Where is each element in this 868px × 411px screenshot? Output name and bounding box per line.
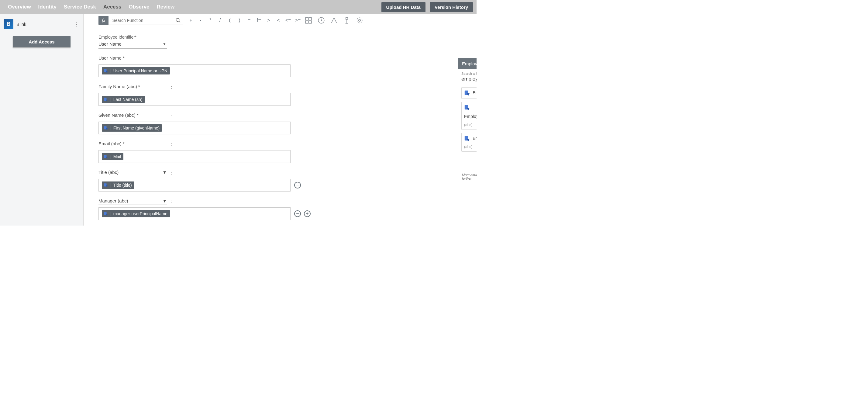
data-source-icon [464, 136, 470, 142]
field-heading-row: User Name * [98, 55, 364, 62]
mapping-token[interactable]: |Last Name (sn) [102, 96, 145, 103]
field-heading-text: Manager (abc) [98, 198, 128, 203]
kebab-menu-icon[interactable]: ⋮ [73, 21, 80, 27]
employee-data-panel: Employee Data Search a Source field... E… [458, 58, 476, 184]
source-field-name: Employee Type (employeeType) [473, 136, 476, 142]
sidebar-app-item[interactable]: B Blink ⋮ [4, 19, 80, 34]
data-source-icon [464, 105, 470, 111]
mapping-token[interactable]: |First Name (givenName) [102, 124, 162, 131]
operator->[interactable]: > [264, 16, 274, 25]
svg-point-12 [359, 20, 361, 22]
mapping-token[interactable]: |User Principal Name or UPN [102, 67, 170, 75]
top-tabs: OverviewIdentityService DeskAccessObserv… [4, 4, 175, 10]
svg-point-0 [176, 18, 179, 22]
panel-search-input[interactable] [461, 76, 476, 84]
token-input[interactable]: |Mail [98, 150, 290, 163]
function-search-input[interactable] [112, 18, 175, 23]
search-icon [175, 18, 181, 23]
clock-icon[interactable] [317, 17, 325, 24]
field-block-3: Email (abc) *:|Mail [98, 141, 364, 163]
source-field-type: (abc) [464, 123, 472, 127]
source-field-item[interactable]: Employee Type (employeeType) (abc) [461, 133, 476, 152]
employee-identifier-block: Employee Identifier* User Name ▼ [98, 35, 364, 49]
field-input-row: |Mail [98, 148, 364, 163]
employee-identifier-select[interactable]: User Name ▼ [98, 40, 167, 49]
top-tab-identity[interactable]: Identity [38, 4, 57, 10]
token-input[interactable]: |Title (title) [98, 179, 290, 192]
operator--[interactable]: - [196, 16, 206, 25]
token-label: Mail [113, 154, 121, 159]
top-tab-overview[interactable]: Overview [8, 4, 31, 10]
operator-/[interactable]: / [215, 16, 225, 25]
employee-identifier-value: User Name [98, 41, 122, 47]
operator-<=[interactable]: <= [283, 16, 293, 25]
data-source-icon [103, 211, 108, 216]
mapping-token[interactable]: |manager-userPrincipalName [102, 210, 170, 217]
token-input[interactable]: |First Name (givenName) [98, 122, 290, 135]
panel-title: Employee Data [458, 58, 476, 69]
data-source-icon [103, 154, 108, 159]
fx-button[interactable]: fx [98, 16, 108, 25]
operator-+[interactable]: + [186, 16, 196, 25]
data-source-icon [103, 97, 108, 102]
field-heading: Given Name (abc) * [98, 112, 167, 119]
field-heading[interactable]: Manager (abc)▼ [98, 198, 167, 205]
text-icon[interactable] [330, 17, 338, 24]
operator-<[interactable]: < [274, 16, 283, 25]
source-field-item[interactable]: Employee ID (employeeID) (abc) [461, 87, 476, 99]
top-tab-service-desk[interactable]: Service Desk [64, 4, 96, 10]
mapping-token[interactable]: |Mail [102, 153, 123, 160]
token-divider: | [110, 211, 112, 216]
settings-icon[interactable] [355, 17, 364, 24]
operator->=[interactable]: >= [293, 16, 303, 25]
svg-rect-2 [305, 17, 308, 20]
operator-!=[interactable]: != [254, 16, 264, 25]
token-label: Last Name (sn) [113, 97, 143, 102]
chevron-down-icon: ▼ [162, 198, 167, 203]
field-heading-row: Email (abc) *: [98, 141, 364, 148]
chevron-down-icon: ▼ [163, 42, 166, 46]
top-tab-access[interactable]: Access [103, 4, 122, 10]
token-label: Title (title) [113, 183, 132, 187]
token-divider: | [110, 154, 112, 159]
add-access-button[interactable]: Add Access [13, 36, 70, 48]
field-heading-row: Family Name (abc) *: [98, 83, 364, 91]
remove-row-button[interactable]: − [294, 182, 301, 188]
colon: : [170, 85, 173, 90]
field-block-5: Manager (abc)▼:|manager-userPrincipalNam… [98, 198, 364, 220]
operator-)[interactable]: ) [235, 16, 244, 25]
token-input[interactable]: |Last Name (sn) [98, 93, 290, 106]
top-tab-observe[interactable]: Observe [129, 4, 150, 10]
field-heading[interactable]: Title (abc)▼ [98, 169, 167, 176]
token-divider: | [110, 183, 112, 187]
info-icon[interactable] [343, 17, 351, 24]
field-block-2: Given Name (abc) *:|First Name (givenNam… [98, 112, 364, 135]
add-row-button[interactable]: + [304, 210, 311, 217]
field-heading-text: Title (abc) [98, 170, 119, 175]
upload-hr-data-button[interactable]: Upload HR Data [381, 2, 426, 12]
data-source-icon [103, 125, 108, 130]
operator-([interactable]: ( [225, 16, 235, 25]
field-input-row: |Last Name (sn) [98, 91, 364, 106]
field-input-row: |Title (title)− [98, 176, 364, 192]
content-area: fx +-*/()=!=><<=>= Employ [84, 14, 476, 226]
sidebar: B Blink ⋮ Add Access [0, 14, 84, 226]
svg-rect-8 [346, 17, 348, 20]
mapping-token[interactable]: |Title (title) [102, 181, 134, 189]
source-field-name: Employee Number (employeeNumber) [464, 114, 476, 120]
token-input[interactable]: |manager-userPrincipalName [98, 207, 290, 220]
source-field-item[interactable]: Employee Number (employeeNumber) (abc) [461, 102, 476, 130]
operator-*[interactable]: * [206, 16, 215, 25]
field-block-1: Family Name (abc) *:|Last Name (sn) [98, 83, 364, 106]
top-tab-review[interactable]: Review [157, 4, 175, 10]
colon: : [170, 199, 173, 204]
svg-rect-5 [309, 21, 312, 23]
table-icon[interactable] [305, 17, 312, 24]
data-source-icon [464, 90, 470, 96]
version-history-button[interactable]: Version History [430, 2, 473, 12]
operator-=[interactable]: = [244, 16, 254, 25]
svg-rect-4 [305, 21, 308, 23]
token-input[interactable]: |User Principal Name or UPN [98, 64, 290, 77]
function-search[interactable] [108, 16, 183, 25]
remove-row-button[interactable]: − [294, 210, 301, 217]
